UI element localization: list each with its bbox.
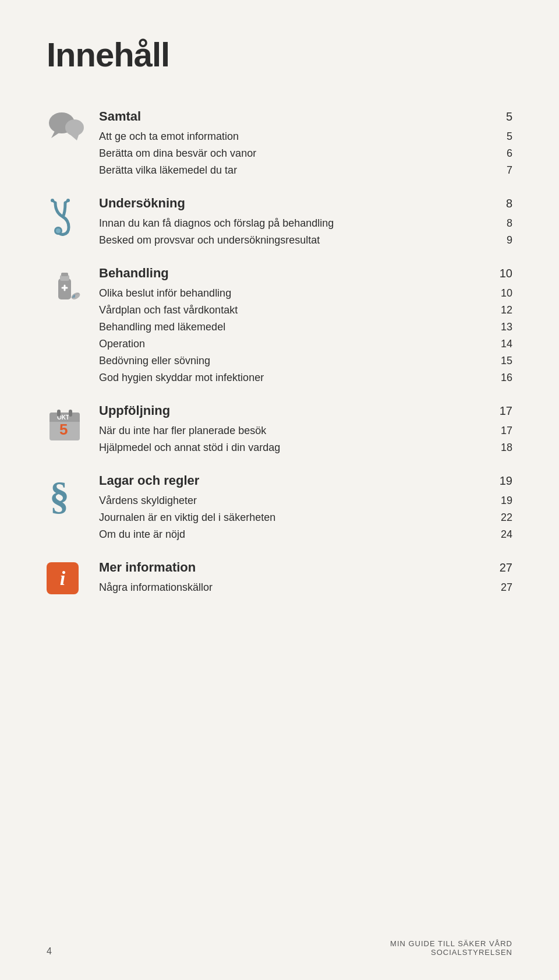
section-content-behandling: Behandling 10 Olika beslut inför behandl… (99, 266, 512, 386)
section-content-uppfoljning: Uppföljning 17 När du inte har fler plan… (99, 403, 512, 456)
list-item: Vårdplan och fast vårdkontakt 12 (99, 302, 512, 318)
svg-point-6 (51, 199, 54, 202)
section-title-behandling: Behandling (99, 266, 169, 281)
speech-bubbles-icon (47, 109, 99, 146)
svg-text:§: § (49, 475, 69, 516)
list-item: Att ge och ta emot information 5 (99, 129, 512, 144)
section-page-lagar: 19 (500, 474, 512, 488)
toc-section: Samtal 5 Att ge och ta emot information … (47, 109, 512, 613)
list-item: Hjälpmedel och annat stöd i din vardag 1… (99, 440, 512, 456)
list-item: Olika beslut inför behandling 10 (99, 285, 512, 301)
list-item: Journalen är en viktig del i säkerheten … (99, 510, 512, 526)
svg-marker-3 (69, 133, 79, 140)
section-header-behandling: Behandling 10 (99, 266, 512, 281)
section-title-samtal: Samtal (99, 109, 141, 124)
section-page-samtal: 5 (506, 110, 512, 124)
list-item: Behandling med läkemedel 13 (99, 319, 512, 335)
section-group-lagar: § Lagar och regler 19 Vårdens skyldighet… (47, 473, 512, 542)
svg-rect-22 (69, 410, 72, 417)
footer-line1: MIN GUIDE TILL SÄKER VÅRD (390, 939, 512, 948)
list-item: Vårdens skyldigheter 19 (99, 493, 512, 509)
section-header-mer-information: Mer information 27 (99, 560, 512, 575)
list-item: Om du inte är nöjd 24 (99, 527, 512, 542)
footer-page-number: 4 (47, 946, 52, 957)
list-item: God hygien skyddar mot infektioner 16 (99, 370, 512, 386)
section-title-uppfoljning: Uppföljning (99, 403, 170, 418)
section-group-mer-information: i Mer information 27 Några informationsk… (47, 560, 512, 595)
page: Innehåll Samtal 5 Att ge och ta emot inf… (0, 0, 559, 980)
section-header-undersokning: Undersökning 8 (99, 196, 512, 211)
section-page-undersokning: 8 (506, 197, 512, 210)
list-item: När du inte har fler planerade besök 17 (99, 423, 512, 439)
footer-guide: MIN GUIDE TILL SÄKER VÅRD SOCIALSTYRELSE… (390, 939, 512, 957)
svg-text:5: 5 (59, 421, 68, 438)
svg-point-9 (56, 228, 61, 233)
svg-point-7 (66, 199, 70, 202)
list-item: Innan du kan få diagnos och förslag på b… (99, 216, 512, 231)
section-group-uppfoljning: OKT 5 Uppföljning 17 När du inte har fle… (47, 403, 512, 456)
section-title-lagar: Lagar och regler (99, 473, 199, 488)
list-item: Besked om provsvar och undersökningsresu… (99, 232, 512, 248)
medicine-icon (47, 266, 99, 306)
section-group-undersokning: Undersökning 8 Innan du kan få diagnos o… (47, 196, 512, 248)
svg-rect-12 (61, 273, 68, 276)
section-page-mer-information: 27 (500, 561, 512, 574)
section-content-samtal: Samtal 5 Att ge och ta emot information … (99, 109, 512, 178)
list-item: Berätta vilka läkemedel du tar 7 (99, 163, 512, 178)
section-title-undersokning: Undersökning (99, 196, 185, 211)
svg-point-2 (65, 119, 84, 136)
section-group-behandling: Behandling 10 Olika beslut inför behandl… (47, 266, 512, 386)
section-header-samtal: Samtal 5 (99, 109, 512, 124)
page-title: Innehåll (47, 35, 512, 74)
section-content-undersokning: Undersökning 8 Innan du kan få diagnos o… (99, 196, 512, 248)
section-page-behandling: 10 (500, 267, 512, 280)
section-header-uppfoljning: Uppföljning 17 (99, 403, 512, 418)
list-item: Operation 14 (99, 336, 512, 352)
law-icon: § (47, 473, 99, 516)
section-page-uppfoljning: 17 (500, 404, 512, 418)
section-content-lagar: Lagar och regler 19 Vårdens skyldigheter… (99, 473, 512, 542)
footer-line2: SOCIALSTYRELSEN (390, 948, 512, 957)
section-header-lagar: Lagar och regler 19 (99, 473, 512, 488)
svg-rect-21 (57, 410, 61, 417)
svg-point-15 (70, 291, 82, 301)
list-item: Berätta om dina besvär och vanor 6 (99, 146, 512, 161)
calendar-icon: OKT 5 (47, 403, 99, 443)
list-item: Några informationskällor 27 (99, 580, 512, 595)
section-title-mer-information: Mer information (99, 560, 196, 575)
section-content-mer-information: Mer information 27 Några informationskäl… (99, 560, 512, 595)
info-icon: i (47, 560, 99, 594)
section-group-samtal: Samtal 5 Att ge och ta emot information … (47, 109, 512, 178)
list-item: Bedövning eller sövning 15 (99, 353, 512, 369)
stethoscope-icon (47, 196, 99, 239)
